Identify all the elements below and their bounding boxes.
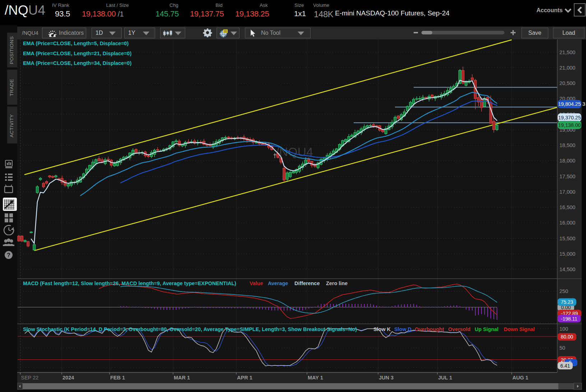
svg-text:6.41: 6.41 (561, 363, 570, 369)
svg-text:EMA (Price=CLOSE, Length=34, D: EMA (Price=CLOSE, Length=34, Displace=0) (23, 60, 131, 66)
svg-text:JUN 3: JUN 3 (379, 375, 394, 381)
svg-text:JUL 1: JUL 1 (438, 375, 452, 381)
svg-text:Difference: Difference (294, 280, 320, 286)
svg-text:Zero line: Zero line (326, 280, 348, 286)
svg-text:Up Signal: Up Signal (475, 326, 498, 332)
svg-text:16,000: 16,000 (559, 220, 575, 226)
svg-text:Oversold: Oversold (448, 326, 470, 332)
svg-text:Slow D: Slow D (394, 326, 411, 332)
svg-text:EMA (Price=CLOSE, Length=21, D: EMA (Price=CLOSE, Length=21, Displace=0) (23, 51, 131, 56)
svg-text:Slow Stochastic (K Period=14,: Slow Stochastic (K Period=14, D Period=3… (23, 326, 357, 332)
svg-text:15,000: 15,000 (559, 251, 575, 257)
svg-text:16,500: 16,500 (559, 204, 575, 210)
svg-text:Overbought: Overbought (415, 326, 444, 332)
svg-text:APR 1: APR 1 (237, 375, 252, 381)
svg-text:15,500: 15,500 (559, 236, 575, 241)
svg-text:MAR 1: MAR 1 (174, 375, 190, 381)
svg-text:19,370.25: 19,370.25 (558, 115, 581, 121)
svg-text:18,500: 18,500 (559, 142, 575, 148)
svg-text:Value: Value (250, 280, 263, 286)
svg-text:21,500: 21,500 (559, 49, 575, 55)
svg-text:21,000: 21,000 (559, 65, 575, 71)
svg-text:SEP 22: SEP 22 (21, 375, 39, 381)
svg-text:19,804.25: 19,804.25 (558, 101, 581, 107)
svg-text:EMA (Price=CLOSE, Length=5, Di: EMA (Price=CLOSE, Length=5, Displace=0) (23, 41, 129, 46)
svg-text:19,138.00: 19,138.00 (558, 122, 581, 128)
svg-text:80.00: 80.00 (561, 334, 573, 340)
svg-text:Slow K: Slow K (373, 326, 391, 332)
svg-text:2024: 2024 (62, 375, 74, 381)
svg-text:?: ? (7, 252, 10, 258)
svg-text:FEB 1: FEB 1 (110, 375, 125, 381)
svg-text:MAY 1: MAY 1 (308, 375, 323, 381)
svg-text:MACD (Fast length=12, Slow len: MACD (Fast length=12, Slow length=26, MA… (23, 280, 236, 286)
svg-text:14,500: 14,500 (559, 266, 575, 272)
svg-text:100: 100 (559, 326, 568, 332)
svg-text:50: 50 (559, 345, 565, 351)
svg-text:250: 250 (559, 288, 568, 294)
svg-text:Down Signal: Down Signal (504, 326, 535, 332)
svg-text:20,500: 20,500 (559, 80, 575, 86)
svg-text:17,000: 17,000 (559, 189, 575, 195)
svg-text:18,000: 18,000 (559, 158, 575, 164)
svg-text:3: 3 (582, 101, 585, 107)
svg-text:75.23: 75.23 (561, 299, 573, 305)
svg-text:-198.11: -198.11 (561, 316, 577, 322)
svg-text:AUG 1: AUG 1 (512, 375, 528, 381)
svg-text:Average: Average (268, 280, 288, 286)
svg-text:17,500: 17,500 (559, 174, 575, 179)
